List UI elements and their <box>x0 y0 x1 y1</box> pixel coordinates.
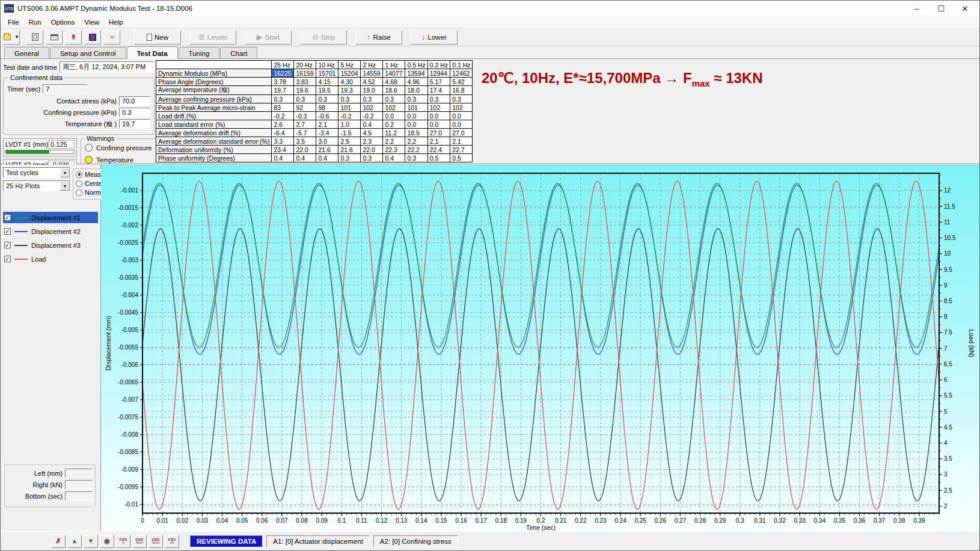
data-cell[interactable]: 0.0 <box>450 120 473 129</box>
data-cell[interactable]: 0.0 <box>427 112 450 120</box>
jog-up-button[interactable]: ▲ <box>67 535 82 548</box>
station-button[interactable]: ◉ <box>100 535 114 548</box>
data-cell[interactable]: 0.0 <box>383 112 405 120</box>
data-cell[interactable]: 0.0 <box>427 120 450 129</box>
data-cell[interactable]: 1.0 <box>338 120 361 129</box>
data-cell[interactable]: -0.6 <box>316 112 338 120</box>
data-cell[interactable]: 0.4 <box>361 120 383 129</box>
data-cell[interactable]: 22.7 <box>450 146 473 154</box>
data-cell[interactable]: 2.1 <box>316 120 338 129</box>
data-cell[interactable]: -1.5 <box>338 129 361 137</box>
data-cell[interactable]: 3.83 <box>294 78 316 86</box>
data-cell[interactable]: 23.4 <box>272 146 294 154</box>
data-cell[interactable]: 0.5 <box>450 154 473 162</box>
data-cell[interactable]: 0.3 <box>450 95 473 103</box>
data-cell[interactable]: 102 <box>383 103 405 112</box>
new-button[interactable]: ▯New <box>134 30 181 45</box>
data-cell[interactable]: 13594 <box>405 69 427 78</box>
data-cell[interactable]: 0.5 <box>427 154 450 162</box>
data-cell[interactable]: 0.4 <box>383 154 405 162</box>
data-cell[interactable]: 0.3 <box>405 154 427 162</box>
data-cell[interactable]: 0.3 <box>361 154 383 162</box>
data-cell[interactable]: 16159 <box>294 69 316 78</box>
menu-run[interactable]: Run <box>24 17 46 27</box>
legend-item-displacement2[interactable]: ✓Displacement #2 <box>3 226 98 237</box>
data-cell[interactable]: 0.3 <box>272 95 294 103</box>
data-cell[interactable]: 18.0 <box>405 86 427 95</box>
data-cell[interactable]: 0.2 <box>383 120 405 129</box>
data-cell[interactable]: 4.96 <box>405 78 427 86</box>
data-cell[interactable]: 2.6 <box>272 120 294 129</box>
data-cell[interactable]: 92 <box>294 103 316 112</box>
legend-item-load[interactable]: ✓Load <box>3 253 98 265</box>
raise-button[interactable]: ↑Raise <box>355 30 402 45</box>
waveform-chart[interactable]: 00.010.020.030.040.050.060.070.080.090.1… <box>101 165 979 531</box>
data-cell[interactable]: 102 <box>450 103 473 112</box>
data-cell[interactable]: 5.17 <box>427 78 450 86</box>
close-button[interactable]: ✕ <box>953 1 977 16</box>
data-cell[interactable]: 16225 <box>272 69 294 78</box>
data-cell[interactable]: 22.0 <box>294 146 316 154</box>
data-cell[interactable]: 18.5 <box>405 129 427 137</box>
data-cell[interactable]: -0.2 <box>338 112 361 120</box>
data-cell[interactable]: 4.30 <box>338 78 361 86</box>
paste-button[interactable] <box>26 30 43 45</box>
radio-icon[interactable] <box>76 171 82 178</box>
ems-24-button[interactable]: EMS24 <box>165 535 179 548</box>
data-cell[interactable]: 17.4 <box>427 86 450 95</box>
menu-view[interactable]: View <box>79 17 104 27</box>
ems-rlh-button[interactable]: EMSRLH <box>132 535 147 548</box>
data-cell[interactable]: 0.0 <box>405 112 427 120</box>
data-cell[interactable]: 3.5 <box>294 137 316 146</box>
data-cell[interactable]: 0.4 <box>272 154 294 162</box>
tab-test-data[interactable]: Test Data <box>127 46 178 59</box>
legend-item-displacement1[interactable]: ✓Displacement #1 <box>3 212 98 223</box>
data-cell[interactable]: -5.7 <box>294 129 316 137</box>
radio-icon[interactable] <box>76 180 82 187</box>
radio-icon[interactable] <box>76 189 82 196</box>
data-cell[interactable]: 4.52 <box>361 78 383 86</box>
data-cell[interactable]: 2.2 <box>405 137 427 146</box>
data-cell[interactable]: 101 <box>405 103 427 112</box>
data-cell[interactable]: 12944 <box>427 69 450 78</box>
checkbox-icon[interactable]: ✓ <box>4 214 11 221</box>
data-cell[interactable]: 3.78 <box>272 78 294 86</box>
minimize-button[interactable]: – <box>905 1 929 16</box>
tab-chart[interactable]: Chart <box>220 47 257 58</box>
data-cell[interactable]: 4.5 <box>361 129 383 137</box>
data-cell[interactable]: -0.3 <box>294 112 316 120</box>
data-cell[interactable]: 22.0 <box>361 146 383 154</box>
data-cell[interactable]: -0.2 <box>361 112 383 120</box>
print-button[interactable] <box>46 30 63 45</box>
data-cell[interactable]: 15204 <box>338 69 361 78</box>
chevron-down-icon[interactable]: ▼ <box>60 181 70 191</box>
plot-select[interactable]: 25 Hz Plots ▼ <box>3 180 70 191</box>
open-file-button[interactable]: ▼ <box>3 30 20 45</box>
abort-button[interactable]: ✗ <box>51 535 66 548</box>
data-cell[interactable]: -3.4 <box>316 129 338 137</box>
data-cell[interactable]: 2.3 <box>361 137 383 146</box>
data-cell[interactable]: 19.5 <box>316 86 338 95</box>
menu-file[interactable]: File <box>3 17 24 27</box>
data-cell[interactable]: 0.3 <box>405 95 427 103</box>
data-cell[interactable]: 0.3 <box>361 95 383 103</box>
data-cell[interactable]: 27.0 <box>450 129 473 137</box>
data-cell[interactable]: -0.2 <box>272 112 294 120</box>
data-cell[interactable]: 102 <box>427 103 450 112</box>
data-cell[interactable]: 2.2 <box>383 137 405 146</box>
data-cell[interactable]: 2.1 <box>450 137 473 146</box>
data-cell[interactable]: -6.4 <box>272 129 294 137</box>
scale-input[interactable] <box>65 480 93 489</box>
data-cell[interactable]: 83 <box>272 103 294 112</box>
legend-item-displacement3[interactable]: ✓Displacement #3 <box>3 239 98 251</box>
checkbox-icon[interactable]: ✓ <box>4 228 11 235</box>
data-cell[interactable]: 14077 <box>383 69 405 78</box>
data-cell[interactable]: 3.3 <box>272 137 294 146</box>
data-grid-button[interactable] <box>84 30 101 45</box>
data-cell[interactable]: 21.6 <box>338 146 361 154</box>
data-cell[interactable]: 16.8 <box>450 86 473 95</box>
data-cell[interactable]: 0.3 <box>427 95 450 103</box>
waveform-button[interactable]: ≈ <box>103 30 120 45</box>
menu-help[interactable]: Help <box>104 17 128 27</box>
tab-setup-and-control[interactable]: Setup and Control <box>50 47 126 58</box>
